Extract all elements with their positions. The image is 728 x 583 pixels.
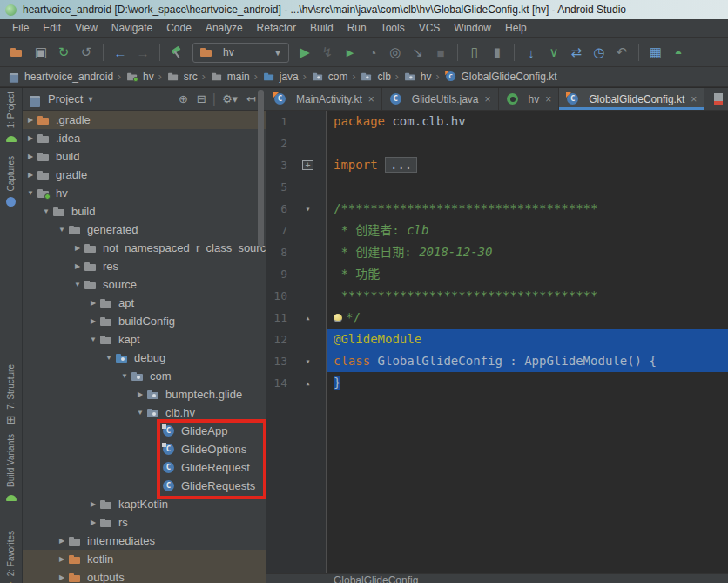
- vcs-update-icon[interactable]: ↓: [520, 42, 543, 63]
- chevron-down-icon[interactable]: ▼: [134, 409, 146, 417]
- menu-analyze[interactable]: Analyze: [199, 19, 250, 37]
- chevron-down-icon[interactable]: ▼: [103, 354, 115, 362]
- breadcrumb-item-heartvoice_android[interactable]: heartvoice_android: [7, 70, 113, 84]
- line-number[interactable]: 1: [266, 111, 290, 132]
- chevron-right-icon[interactable]: ▶: [24, 153, 37, 160]
- attach-debugger-icon[interactable]: ↘: [407, 42, 429, 63]
- menu-vcs[interactable]: VCS: [412, 19, 448, 37]
- editor-bottom-breadcrumb[interactable]: GlobalGlideConfig: [266, 573, 728, 583]
- chevron-right-icon[interactable]: ▶: [87, 317, 99, 325]
- chevron-right-icon[interactable]: ▶: [24, 134, 37, 142]
- code-line[interactable]: 3+import ...: [266, 154, 728, 176]
- vcs-compare-icon[interactable]: ⇄: [565, 42, 588, 63]
- chevron-down-icon[interactable]: ▼: [86, 95, 94, 104]
- code-line[interactable]: 11▴*/: [266, 307, 728, 329]
- menu-edit[interactable]: Edit: [36, 19, 68, 37]
- code-text[interactable]: ***********************************: [327, 285, 728, 307]
- chevron-right-icon[interactable]: ▶: [56, 537, 68, 545]
- tree-item-bumptech.glide[interactable]: ▶bumptech.glide: [23, 385, 266, 403]
- breadcrumb-item-java[interactable]: java: [262, 70, 299, 84]
- sync-gradle-icon[interactable]: ↻: [52, 42, 75, 63]
- code-line[interactable]: 7 * 创建者: clb: [266, 220, 728, 241]
- tree-item-GlideApp[interactable]: GlideApp: [23, 422, 266, 440]
- breadcrumb-item-hv[interactable]: hv: [125, 70, 154, 84]
- project-panel-title[interactable]: Project: [48, 92, 83, 105]
- line-number[interactable]: 12: [266, 329, 290, 350]
- fold-marker[interactable]: ▾: [290, 198, 327, 220]
- chevron-right-icon[interactable]: ▶: [134, 390, 146, 398]
- code-text[interactable]: class GlobalGlideConfig : AppGlideModule…: [327, 350, 728, 372]
- tree-item-apt[interactable]: ▶apt: [23, 294, 266, 312]
- tree-item-GlideRequests[interactable]: GlideRequests: [23, 477, 266, 495]
- tree-item-source[interactable]: ▼source: [23, 275, 266, 294]
- tool-window-button-build-variants[interactable]: Build Variants: [4, 434, 18, 505]
- code-line[interactable]: 1package com.clb.hv: [266, 111, 728, 132]
- fold-up-icon[interactable]: ▴: [305, 313, 310, 322]
- code-text[interactable]: package com.clb.hv: [327, 111, 728, 132]
- fold-up-icon[interactable]: ▴: [305, 378, 310, 388]
- code-text[interactable]: * 功能: [327, 263, 728, 285]
- refresh-icon[interactable]: ↺: [75, 42, 98, 63]
- line-number[interactable]: 9: [266, 263, 290, 285]
- vcs-history-icon[interactable]: ◷: [588, 42, 610, 63]
- menu-navigate[interactable]: Navigate: [104, 19, 159, 37]
- tab-GlideUtils.java[interactable]: GlideUtils.java×: [382, 88, 499, 110]
- tree-item-hv[interactable]: ▼hv: [23, 184, 266, 202]
- tool-window-button----favorites[interactable]: 2: Favorites★: [4, 531, 18, 583]
- breadcrumb-item-main[interactable]: main: [210, 70, 250, 84]
- code-text[interactable]: [327, 176, 728, 198]
- save-icon[interactable]: ▣: [30, 42, 52, 63]
- debug-icon[interactable]: ▶: [339, 42, 361, 63]
- fold-marker[interactable]: ▴: [290, 372, 327, 394]
- coverage-icon[interactable]: ◎: [384, 42, 407, 63]
- tab-MainActivity.kt[interactable]: MainActivity.kt×: [266, 88, 382, 110]
- chevron-right-icon[interactable]: ▶: [24, 171, 37, 179]
- menu-tools[interactable]: Tools: [374, 19, 412, 37]
- menu-build[interactable]: Build: [303, 19, 340, 37]
- tree-item-com[interactable]: ▼com: [23, 367, 266, 385]
- gear-icon[interactable]: ⚙▾: [222, 92, 238, 105]
- avd-manager-icon[interactable]: ◓: [667, 42, 690, 63]
- collapse-all-icon[interactable]: ⊟: [197, 92, 206, 105]
- menu-window[interactable]: Window: [447, 19, 498, 37]
- code-line[interactable]: 13▾class GlobalGlideConfig : AppGlideMod…: [266, 350, 728, 372]
- intention-bulb-icon[interactable]: [334, 314, 342, 322]
- breadcrumb-item-com[interactable]: com: [311, 70, 348, 84]
- line-number[interactable]: 8: [266, 241, 290, 263]
- menu-run[interactable]: Run: [340, 19, 374, 37]
- screenshot-icon[interactable]: ▯: [463, 42, 486, 63]
- code-line[interactable]: 8 * 创建日期: 2018-12-30: [266, 241, 728, 263]
- line-number[interactable]: 11: [266, 307, 290, 329]
- code-line[interactable]: 6▾/***********************************: [266, 198, 728, 220]
- tree-item-outputs[interactable]: ▶outputs: [23, 568, 266, 583]
- tree-item-kotlin[interactable]: ▶kotlin: [23, 550, 266, 568]
- stop-icon[interactable]: ■: [429, 42, 452, 63]
- chevron-right-icon[interactable]: ▶: [87, 299, 99, 307]
- menu-help[interactable]: Help: [498, 19, 534, 37]
- chevron-right-icon[interactable]: ▶: [56, 573, 68, 581]
- back-icon[interactable]: ←: [109, 42, 131, 63]
- tree-item-.gradle[interactable]: ▶.gradle: [23, 111, 266, 129]
- build-icon[interactable]: [165, 42, 188, 63]
- tool-window-button----structure[interactable]: 7: Structure⊞: [4, 364, 18, 427]
- tool-window-button-captures[interactable]: Captures: [4, 156, 18, 209]
- locate-file-icon[interactable]: ⊕: [179, 92, 188, 105]
- tree-item-kaptKotlin[interactable]: ▶kaptKotlin: [23, 495, 266, 513]
- line-number[interactable]: 10: [266, 285, 290, 307]
- forward-icon[interactable]: →: [131, 42, 154, 63]
- screen-record-icon[interactable]: ▮: [486, 42, 509, 63]
- menu-code[interactable]: Code: [159, 19, 199, 37]
- hide-panel-icon[interactable]: ↤: [246, 92, 256, 105]
- chevron-right-icon[interactable]: ▶: [24, 116, 37, 124]
- code-line[interactable]: 10 ***********************************: [266, 285, 728, 307]
- tree-item-not_namespaced_r_class_sources[interactable]: ▶not_namespaced_r_class_sources: [23, 239, 266, 257]
- code-line[interactable]: 12@GlideModule: [266, 329, 728, 350]
- breadcrumb-item-GlobalGlideConfig.kt[interactable]: GlobalGlideConfig.kt: [444, 70, 557, 84]
- run-config-dropdown[interactable]: hv▼: [192, 43, 289, 63]
- chevron-right-icon[interactable]: ▶: [87, 500, 99, 508]
- code-line[interactable]: 2: [266, 132, 728, 154]
- tree-item-clb.hv[interactable]: ▼clb.hv: [23, 403, 266, 422]
- code-text[interactable]: [327, 132, 728, 154]
- tree-item-GlideOptions[interactable]: GlideOptions: [23, 440, 266, 458]
- tree-item-intermediates[interactable]: ▶intermediates: [23, 532, 266, 550]
